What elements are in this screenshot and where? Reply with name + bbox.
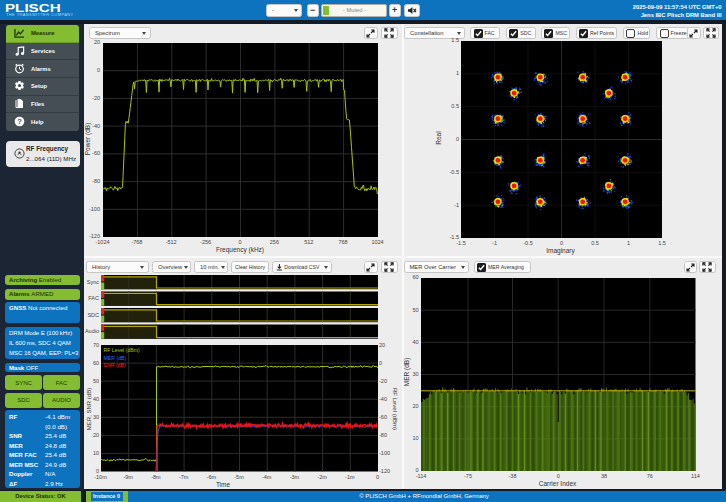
svg-text:SNR (dB): SNR (dB)	[103, 362, 125, 368]
svg-text:RF Level (dBm): RF Level (dBm)	[103, 347, 140, 353]
svg-text:MER (dB): MER (dB)	[103, 355, 126, 361]
svg-text:?: ?	[17, 117, 22, 126]
